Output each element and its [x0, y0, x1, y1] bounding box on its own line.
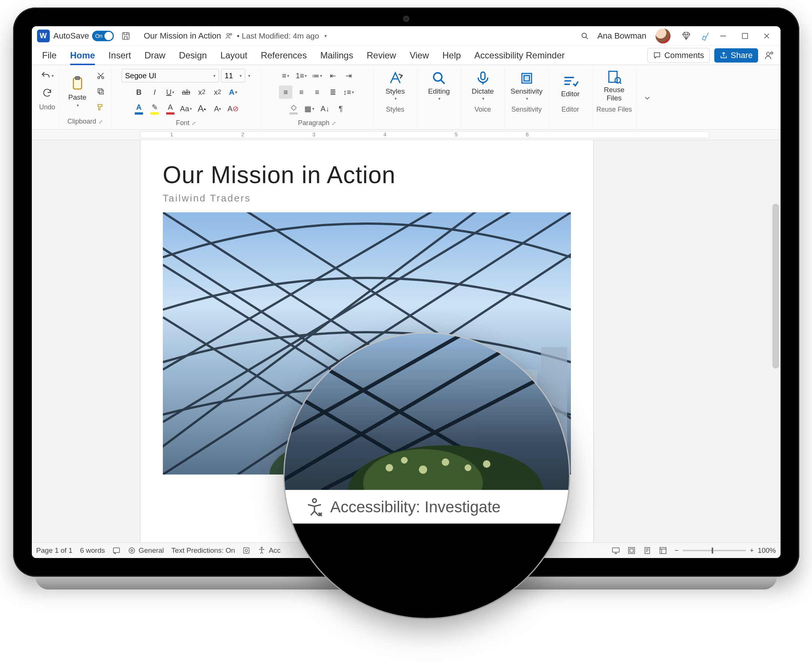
editing-button[interactable]: Editing▾ [421, 68, 457, 103]
numbering-button[interactable]: 1≡▾ [295, 69, 308, 82]
bullets-button[interactable]: ≡▾ [279, 69, 292, 82]
tab-layout[interactable]: Layout [214, 46, 253, 64]
bold-button[interactable]: B [132, 85, 146, 99]
tab-file[interactable]: File [36, 46, 63, 64]
format-painter-button[interactable] [94, 100, 108, 114]
chevron-down-icon[interactable]: ▼ [324, 34, 328, 38]
document-heading[interactable]: Our Mission in Action [163, 161, 571, 189]
shrink-font-button[interactable]: A▾ [211, 102, 224, 115]
grow-font-button[interactable]: A▴ [195, 102, 209, 115]
tab-insert[interactable]: Insert [103, 46, 137, 64]
document-subtitle[interactable]: Tailwind Traders [163, 193, 571, 204]
user-avatar[interactable] [655, 29, 670, 44]
subscript-button[interactable]: x2 [195, 85, 209, 99]
increase-indent-button[interactable]: ⇥ [342, 69, 355, 82]
svg-point-1 [227, 33, 229, 36]
chevron-down-icon[interactable]: ▾ [248, 73, 250, 78]
tab-references[interactable]: References [255, 46, 313, 64]
tab-design[interactable]: Design [173, 46, 213, 64]
comments-button[interactable]: Comments [647, 48, 709, 63]
sensitivity-button[interactable]: Sensitivity▾ [509, 68, 545, 103]
word-count[interactable]: 6 words [80, 546, 105, 555]
tab-draw[interactable]: Draw [138, 46, 171, 64]
search-icon[interactable] [578, 29, 591, 43]
zoom-in-button[interactable]: + [750, 546, 754, 555]
zoom-slider[interactable] [682, 550, 746, 551]
document-title-area[interactable]: Our Mission in Action • Last Modified: 4… [144, 31, 328, 41]
tab-accessibility-reminder[interactable]: Accessibility Reminder [468, 46, 571, 64]
zoom-out-button[interactable]: − [675, 546, 679, 555]
toggle-switch[interactable]: On [92, 31, 114, 41]
macro-icon[interactable] [243, 547, 250, 554]
autosave-toggle[interactable]: AutoSave On [54, 31, 114, 41]
focus-mode[interactable]: General [128, 546, 164, 555]
last-modified-text: • Last Modified: 4m ago [237, 32, 319, 41]
underline-button[interactable]: U▾ [164, 85, 177, 99]
zoom-control[interactable]: − + 100% [675, 546, 776, 555]
tab-help[interactable]: Help [437, 46, 467, 64]
vertical-scrollbar[interactable] [772, 204, 779, 369]
align-right-button[interactable]: ≡ [311, 85, 324, 99]
minimize-button[interactable]: ─ [712, 29, 734, 44]
align-left-button[interactable]: ≡ [279, 85, 292, 99]
italic-button[interactable]: I [148, 85, 161, 99]
accessibility-status[interactable]: Acc [258, 546, 281, 555]
dialog-launcher-icon[interactable]: ⤢ [98, 119, 103, 125]
tab-review[interactable]: Review [361, 46, 402, 64]
justify-button[interactable]: ≣ [326, 85, 339, 99]
align-center-button[interactable]: ≡ [295, 85, 308, 99]
zoom-level[interactable]: 100% [758, 546, 776, 555]
undo-button[interactable]: ▾ [41, 69, 54, 82]
reuse-files-button[interactable]: Reuse Files [596, 68, 632, 103]
collapse-ribbon-button[interactable] [636, 68, 658, 129]
tab-view[interactable]: View [403, 46, 435, 64]
web-layout-icon[interactable] [659, 546, 667, 555]
borders-button[interactable]: ▦▾ [302, 102, 316, 115]
font-name-selector[interactable]: Segoe UI▾ [122, 69, 219, 82]
cut-button[interactable] [94, 69, 108, 82]
font-color2-button[interactable]: A [164, 102, 177, 115]
repeat-button[interactable] [41, 86, 54, 100]
text-effects-button[interactable]: A▾ [226, 85, 240, 99]
highlight-button[interactable]: ✎ [148, 102, 161, 115]
share-button[interactable]: Share [714, 48, 758, 63]
font-color-button[interactable]: A [132, 102, 146, 115]
print-layout-icon[interactable] [643, 546, 652, 555]
display-settings-icon[interactable] [612, 546, 620, 555]
group-styles: Styles▾ Styles [374, 68, 417, 129]
change-case-button[interactable]: Aa▾ [179, 102, 193, 115]
multilevel-button[interactable]: ≔▾ [311, 69, 324, 82]
close-button[interactable] [756, 29, 778, 44]
coming-soon-icon[interactable] [699, 29, 712, 43]
focus-view-icon[interactable] [628, 546, 636, 555]
shading-button[interactable]: ◇ [287, 102, 300, 115]
sort-button[interactable]: A↓ [318, 102, 332, 115]
paste-button[interactable]: Paste▾ [63, 73, 92, 109]
save-icon[interactable] [119, 29, 133, 43]
clear-formatting-button[interactable]: A⊘ [226, 102, 240, 115]
svg-point-18 [615, 78, 620, 83]
horizontal-ruler[interactable]: 1 2 3 4 5 6 [32, 130, 780, 140]
font-size-selector[interactable]: 11▾ [221, 69, 245, 82]
user-name[interactable]: Ana Bowman [598, 31, 647, 41]
decrease-indent-button[interactable]: ⇤ [326, 69, 339, 82]
show-marks-button[interactable]: ¶ [334, 102, 348, 115]
page-count[interactable]: Page 1 of 1 [36, 546, 73, 555]
dialog-launcher-icon[interactable]: ⤢ [332, 120, 336, 126]
tab-mailings[interactable]: Mailings [314, 46, 359, 64]
account-manager-icon[interactable] [763, 49, 776, 62]
text-predictions[interactable]: Text Predictions: On [171, 546, 235, 555]
line-spacing-button[interactable]: ↕≡▾ [342, 85, 355, 99]
language-icon[interactable] [112, 546, 120, 555]
maximize-button[interactable] [734, 29, 756, 44]
copy-button[interactable] [94, 85, 108, 98]
dialog-launcher-icon[interactable]: ⤢ [192, 120, 196, 126]
editor-button[interactable]: Editor [552, 68, 589, 103]
editor-group-label: Editor [562, 103, 579, 115]
styles-button[interactable]: Styles▾ [377, 68, 413, 103]
superscript-button[interactable]: x2 [211, 85, 224, 99]
dictate-button[interactable]: Dictate▾ [465, 68, 501, 103]
tab-home[interactable]: Home [64, 46, 101, 64]
strikethrough-button[interactable]: ab [179, 85, 193, 99]
diamond-premium-icon[interactable] [679, 29, 693, 43]
